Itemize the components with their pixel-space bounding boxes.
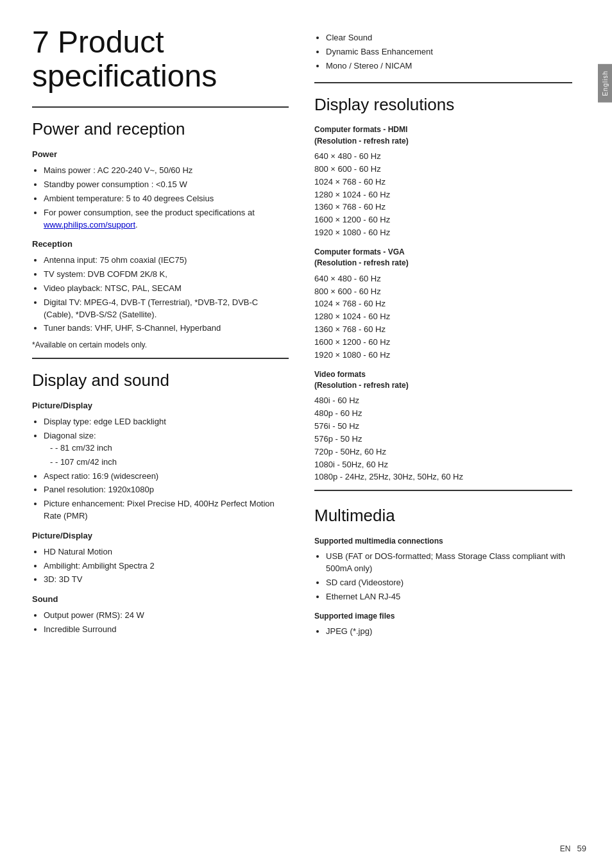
- display-sound-heading: Display and sound: [32, 369, 289, 393]
- connections-list: USB (FAT or DOS-formatted; Mass Storage …: [314, 551, 572, 603]
- power-subheading: Power: [32, 149, 289, 161]
- list-item: Mains power : AC 220-240 V~, 50/60 Hz: [44, 165, 289, 177]
- chapter-number: 7: [32, 25, 49, 59]
- hdmi-resolutions-list: 640 × 480 - 60 Hz 800 × 600 - 60 Hz 1024…: [314, 151, 572, 239]
- list-item: 1024 × 768 - 60 Hz: [314, 176, 572, 188]
- list-item: Digital TV: MPEG-4, DVB-T (Terrestrial),…: [44, 297, 289, 321]
- list-item: Clear Sound: [326, 32, 572, 44]
- sound-subheading: Sound: [32, 594, 289, 606]
- list-item: 480i - 60 Hz: [314, 395, 572, 407]
- reception-subheading: Reception: [32, 238, 289, 251]
- reception-list: Antenna input: 75 ohm coaxial (IEC75) TV…: [32, 255, 289, 335]
- multimedia-heading: Multimedia: [314, 504, 572, 528]
- list-item: JPEG (*.jpg): [326, 626, 572, 638]
- list-item: USB (FAT or DOS-formatted; Mass Storage …: [326, 551, 572, 575]
- connections-subheading: Supported multimedia connections: [314, 536, 572, 547]
- list-item: Video playback: NTSC, PAL, SECAM: [44, 283, 289, 295]
- list-item: Tuner bands: VHF, UHF, S-Channel, Hyperb…: [44, 322, 289, 335]
- footer-page-number: 59: [577, 843, 586, 855]
- list-item: Aspect ratio: 16:9 (widescreen): [44, 471, 289, 483]
- list-item: 720p - 50Hz, 60 Hz: [314, 446, 572, 458]
- display-sound-section: Display and sound Picture/Display Displa…: [32, 369, 289, 636]
- list-item: Diagonal size: - 81 cm/32 inch - 107 cm/…: [44, 430, 289, 469]
- list-item: 1600 × 1200 - 60 Hz: [314, 214, 572, 226]
- list-item: Panel resolution: 1920x1080p: [44, 484, 289, 496]
- display-resolutions-section: Display resolutions Computer formats - H…: [314, 93, 572, 484]
- list-item: Ambilight: Ambilight Spectra 2: [44, 560, 289, 572]
- right-column: Clear Sound Dynamic Bass Enhancement Mon…: [308, 26, 572, 842]
- title-line1: Product: [58, 25, 164, 59]
- video-resolutions-list: 480i - 60 Hz 480p - 60 Hz 576i - 50 Hz 5…: [314, 395, 572, 483]
- image-files-subheading: Supported image files: [314, 611, 572, 622]
- picture-display-subheading1: Picture/Display: [32, 400, 289, 412]
- list-item: 1080i - 50Hz, 60 Hz: [314, 459, 572, 471]
- power-reception-heading: Power and reception: [32, 117, 289, 142]
- picture-display-list2: HD Natural Motion Ambilight: Ambilight S…: [32, 546, 289, 587]
- list-item: TV system: DVB COFDM 2K/8 K,: [44, 269, 289, 281]
- list-item: 1920 × 1080 - 60 Hz: [314, 349, 572, 362]
- list-item: SD card (Videostore): [326, 577, 572, 589]
- list-item: - 81 cm/32 inch: [50, 442, 289, 455]
- philips-support-link[interactable]: www.philips.com/support: [44, 220, 135, 230]
- list-item: 800 × 600 - 60 Hz: [314, 286, 572, 298]
- list-item: Standby power consumption : <0.15 W: [44, 179, 289, 191]
- list-item: 640 × 480 - 60 Hz: [314, 151, 572, 163]
- list-item: Picture enhancement: Pixel Precise HD, 4…: [44, 498, 289, 522]
- picture-display-list1: Display type: edge LED backlight Diagona…: [32, 416, 289, 522]
- list-item: HD Natural Motion: [44, 546, 289, 558]
- image-files-list: JPEG (*.jpg): [314, 626, 572, 638]
- section-divider-multimedia: [314, 490, 572, 491]
- list-item: Ethernet LAN RJ-45: [326, 591, 572, 603]
- section-divider-power: [32, 106, 289, 108]
- display-resolutions-heading: Display resolutions: [314, 93, 572, 117]
- list-item: 1360 × 768 - 60 Hz: [314, 201, 572, 213]
- section-divider-display: [32, 358, 289, 359]
- sidebar-tab: English: [598, 64, 612, 103]
- list-item: 1080p - 24Hz, 25Hz, 30Hz, 50Hz, 60 Hz: [314, 471, 572, 483]
- page-title: 7 Product specifications: [32, 26, 289, 94]
- list-item: Display type: edge LED backlight: [44, 416, 289, 428]
- list-item: 1360 × 768 - 60 Hz: [314, 324, 572, 336]
- list-item: 800 × 600 - 60 Hz: [314, 163, 572, 176]
- list-item: Output power (RMS): 24 W: [44, 610, 289, 622]
- list-item: Ambient temperature: 5 to 40 degrees Cel…: [44, 193, 289, 205]
- footnote: *Available on certain models only.: [32, 340, 289, 351]
- left-column: 7 Product specifications Power and recep…: [32, 26, 308, 842]
- list-item: 1920 × 1080 - 60 Hz: [314, 227, 572, 239]
- footer: EN 59: [560, 843, 586, 855]
- sound-list: Output power (RMS): 24 W Incredible Surr…: [32, 610, 289, 636]
- list-item: For power consumption, see the product s…: [44, 207, 289, 231]
- list-item: 3D: 3D TV: [44, 574, 289, 586]
- hdmi-subheading: Computer formats - HDMI(Resolution - ref…: [314, 124, 572, 147]
- video-subheading: Video formats(Resolution - refresh rate): [314, 369, 572, 392]
- vga-subheading: Computer formats - VGA(Resolution - refr…: [314, 247, 572, 269]
- list-item: 576i - 50 Hz: [314, 421, 572, 433]
- footer-lang: EN: [560, 844, 571, 855]
- multimedia-section: Multimedia Supported multimedia connecti…: [314, 504, 572, 638]
- sound-continuation-list: Clear Sound Dynamic Bass Enhancement Mon…: [314, 32, 572, 72]
- list-item: Mono / Stereo / NICAM: [326, 60, 572, 72]
- title-line2: specifications: [32, 59, 217, 93]
- picture-display-subheading2: Picture/Display: [32, 530, 289, 542]
- list-item: 576p - 50 Hz: [314, 433, 572, 446]
- list-item: 1280 × 1024 - 60 Hz: [314, 189, 572, 201]
- list-item: 1024 × 768 - 60 Hz: [314, 298, 572, 310]
- list-item: - 107 cm/42 inch: [50, 456, 289, 469]
- vga-resolutions-list: 640 × 480 - 60 Hz 800 × 600 - 60 Hz 1024…: [314, 273, 572, 362]
- list-item: Dynamic Bass Enhancement: [326, 46, 572, 58]
- section-divider-resolutions: [314, 82, 572, 83]
- list-item: 480p - 60 Hz: [314, 408, 572, 420]
- list-item: 640 × 480 - 60 Hz: [314, 273, 572, 285]
- list-item: Incredible Surround: [44, 624, 289, 636]
- list-item: 1600 × 1200 - 60 Hz: [314, 337, 572, 349]
- list-item: 1280 × 1024 - 60 Hz: [314, 311, 572, 323]
- power-list: Mains power : AC 220-240 V~, 50/60 Hz St…: [32, 165, 289, 231]
- power-reception-section: Power and reception Power Mains power : …: [32, 117, 289, 351]
- list-item: Antenna input: 75 ohm coaxial (IEC75): [44, 255, 289, 267]
